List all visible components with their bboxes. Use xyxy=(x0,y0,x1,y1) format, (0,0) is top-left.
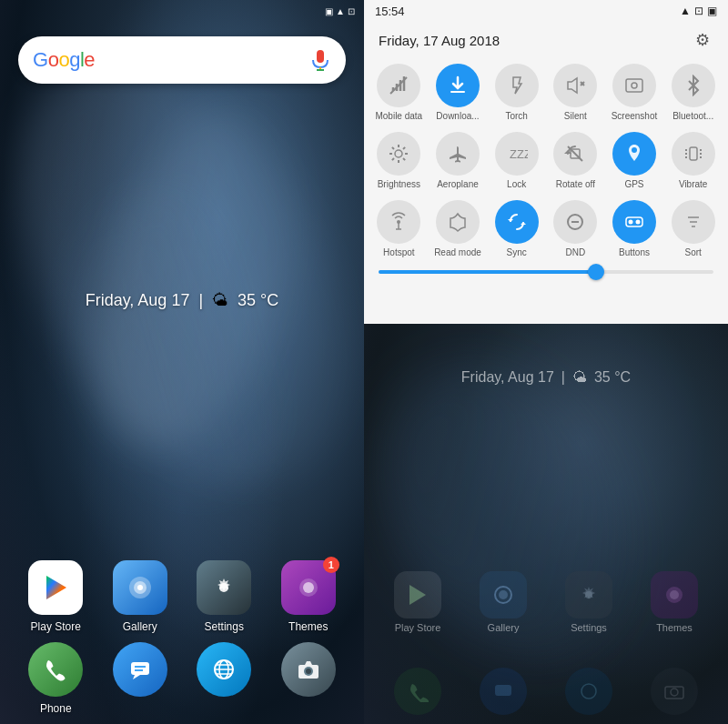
dimmed-themes-icon xyxy=(651,571,698,618)
brightness-slider[interactable] xyxy=(379,270,713,274)
app-item-playstore[interactable]: Play Store xyxy=(18,560,94,633)
dock-phone[interactable]: Phone xyxy=(18,642,94,715)
left-status-icons: ▣ ▲ ⊡ xyxy=(325,6,355,16)
svg-point-9 xyxy=(303,582,314,593)
svg-point-76 xyxy=(671,689,678,696)
tile-mobile-data[interactable]: Mobile data xyxy=(371,58,427,126)
brightness-thumb[interactable] xyxy=(588,264,604,280)
tile-lock[interactable]: ZZZ Lock xyxy=(489,126,544,195)
tile-vibrate-icon xyxy=(672,132,715,176)
settings-icon-wrapper xyxy=(197,560,251,615)
notif-time: 15:54 xyxy=(375,5,405,18)
tile-hotspot-label: Hotspot xyxy=(383,247,414,257)
tile-sort-label: Sort xyxy=(684,247,701,257)
tile-dnd-icon xyxy=(553,200,597,244)
weather-icon: 🌤 xyxy=(212,291,228,310)
tile-readmode[interactable]: Read mode xyxy=(430,195,486,263)
dimmed-browser-icon xyxy=(565,668,612,715)
dock: Phone xyxy=(0,642,364,715)
brightness-fill xyxy=(379,270,596,274)
dock-browser[interactable] xyxy=(187,642,262,715)
tile-brightness-icon xyxy=(377,132,420,176)
tile-buttons-icon xyxy=(612,200,656,244)
dimmed-settings-label: Settings xyxy=(571,622,607,633)
tile-rotate[interactable]: Rotate off xyxy=(548,126,603,195)
tile-gps-icon xyxy=(612,132,656,176)
dimmed-dock-browser xyxy=(550,668,628,715)
tile-dnd-label: DND xyxy=(565,247,585,257)
svg-marker-57 xyxy=(508,219,513,222)
google-search-bar[interactable]: Google xyxy=(18,36,346,84)
tile-screenshot[interactable]: Screenshot xyxy=(607,58,662,126)
tile-download[interactable]: Downloa... xyxy=(430,58,486,126)
voice-search-icon[interactable] xyxy=(309,49,331,71)
notification-panel: 15:54 ▲ ⊡ ▣ Friday, 17 Aug 2018 ⚙ Mobile… xyxy=(364,0,728,324)
tile-hotspot-icon xyxy=(377,200,420,244)
dock-camera[interactable] xyxy=(271,642,347,715)
svg-rect-0 xyxy=(317,50,324,63)
dimmed-camera-icon xyxy=(651,668,698,715)
dock-messages[interactable] xyxy=(103,642,178,715)
notif-date: Friday, 17 Aug 2018 xyxy=(379,33,500,48)
svg-point-32 xyxy=(632,83,637,88)
app-item-settings[interactable]: Settings xyxy=(187,560,262,633)
dimmed-gallery-label: Gallery xyxy=(488,622,520,633)
dimmed-playstore-icon xyxy=(394,571,441,618)
tile-aeroplane[interactable]: Aeroplane xyxy=(430,126,486,195)
tile-rotate-icon xyxy=(553,132,597,176)
tile-brightness[interactable]: Brightness xyxy=(371,126,427,195)
tile-sync-icon xyxy=(495,200,539,244)
dimmed-dock-phone xyxy=(379,668,457,715)
svg-point-46 xyxy=(632,147,637,153)
svg-point-62 xyxy=(628,220,632,225)
tile-torch[interactable]: Torch xyxy=(489,58,544,126)
settings-gear-button[interactable]: ⚙ xyxy=(692,29,713,51)
svg-point-74 xyxy=(581,684,596,699)
tile-gps[interactable]: GPS xyxy=(607,126,662,195)
tile-buttons[interactable]: Buttons xyxy=(607,195,662,263)
dimmed-playstore-label: Play Store xyxy=(395,622,441,633)
tile-bluetooth-icon xyxy=(672,64,715,107)
playstore-icon-wrapper xyxy=(28,560,83,615)
tile-silent[interactable]: Silent xyxy=(548,58,603,126)
tile-vibrate[interactable]: Vibrate xyxy=(665,126,721,195)
tile-sync[interactable]: Sync xyxy=(489,195,544,263)
gallery-label: Gallery xyxy=(123,620,157,633)
tile-download-label: Downloa... xyxy=(436,111,479,121)
gallery-icon xyxy=(113,560,167,615)
svg-point-72 xyxy=(670,590,679,599)
google-logo: Google xyxy=(33,48,95,72)
svg-point-33 xyxy=(395,150,402,157)
gallery-icon-wrapper xyxy=(113,560,167,615)
tile-vibrate-label: Vibrate xyxy=(679,179,708,189)
dimmed-dock xyxy=(364,668,728,715)
brightness-row[interactable] xyxy=(364,263,728,281)
tile-buttons-label: Buttons xyxy=(619,247,650,257)
tile-screenshot-label: Screenshot xyxy=(612,111,658,121)
app-item-themes[interactable]: 1 Themes xyxy=(271,560,347,633)
date-text: Friday, Aug 17 xyxy=(86,291,190,310)
themes-icon-wrapper: 1 xyxy=(281,560,336,615)
tile-sort[interactable]: Sort xyxy=(665,195,721,263)
svg-marker-67 xyxy=(410,585,426,605)
tile-bluetooth-label: Bluetoot... xyxy=(672,111,713,121)
tile-torch-icon xyxy=(495,64,539,107)
notif-date-row: Friday, 17 Aug 2018 ⚙ xyxy=(364,22,728,58)
svg-point-63 xyxy=(635,220,640,225)
browser-icon xyxy=(197,642,251,697)
themes-label: Themes xyxy=(288,620,328,633)
tile-hotspot[interactable]: Hotspot xyxy=(371,195,427,263)
tile-dnd[interactable]: DND xyxy=(548,195,603,263)
quick-tiles-row3: Hotspot Read mode Sync xyxy=(364,195,728,263)
date-weather-widget: Friday, Aug 17 | 🌤 35 °C xyxy=(0,291,364,310)
app-item-gallery[interactable]: Gallery xyxy=(103,560,178,633)
left-status-bar: ▣ ▲ ⊡ xyxy=(0,0,364,22)
tile-sync-label: Sync xyxy=(507,247,527,257)
tile-aeroplane-icon xyxy=(436,132,480,176)
tile-readmode-label: Read mode xyxy=(434,247,481,257)
themes-badge: 1 xyxy=(323,557,339,573)
tile-bluetooth[interactable]: Bluetoot... xyxy=(665,58,721,126)
svg-point-69 xyxy=(499,590,508,599)
svg-point-22 xyxy=(306,669,311,674)
tile-sort-icon xyxy=(672,200,715,244)
